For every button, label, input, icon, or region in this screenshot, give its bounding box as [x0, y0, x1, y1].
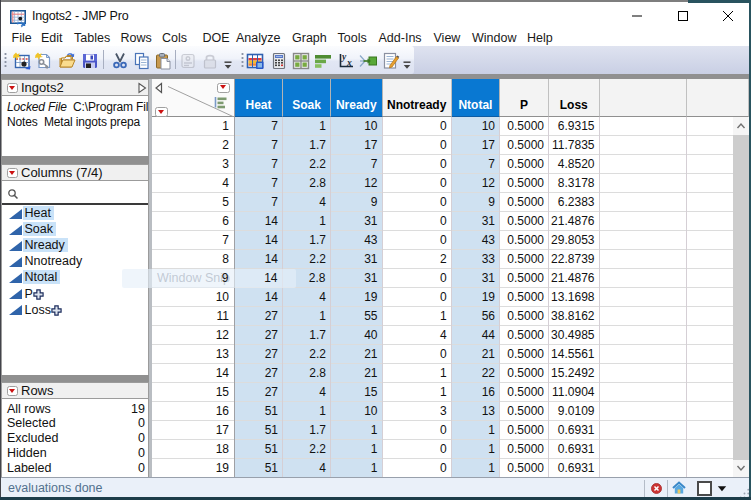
svg-text:x: x	[346, 58, 352, 68]
